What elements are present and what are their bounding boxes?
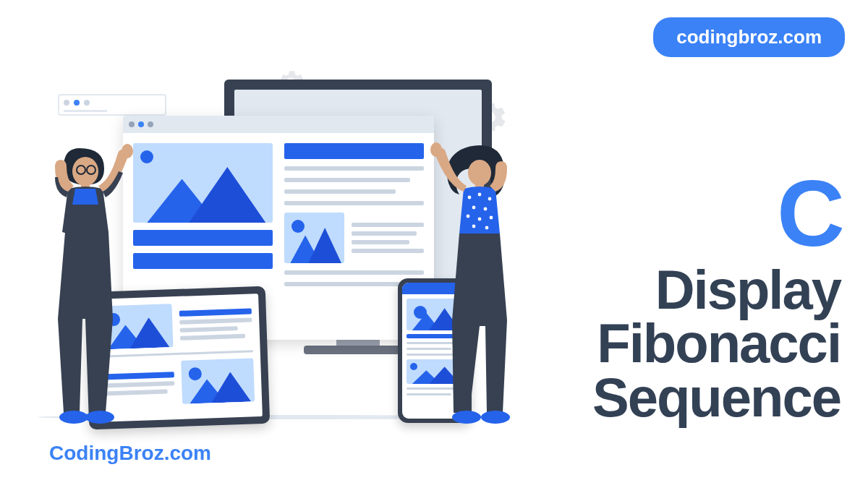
title-line-1: Display bbox=[592, 263, 841, 317]
svg-point-17 bbox=[472, 225, 476, 228]
hero-illustration bbox=[14, 58, 535, 448]
title-line-3: Sequence bbox=[592, 371, 841, 424]
brand-badge: codingbroz.com bbox=[653, 17, 845, 57]
svg-point-21 bbox=[481, 411, 510, 424]
svg-point-12 bbox=[472, 206, 476, 210]
footer-brand-text: CodingBroz.com bbox=[49, 442, 211, 464]
text-line bbox=[179, 317, 252, 324]
text-line bbox=[180, 326, 238, 333]
svg-point-6 bbox=[85, 411, 114, 424]
content-bar bbox=[133, 230, 273, 246]
text-line bbox=[284, 282, 410, 286]
svg-point-15 bbox=[478, 218, 482, 221]
svg-point-14 bbox=[467, 215, 470, 218]
svg-point-11 bbox=[488, 197, 492, 201]
title-lines: Display Fibonacci Sequence bbox=[592, 263, 841, 424]
image-placeholder bbox=[133, 143, 273, 223]
svg-point-10 bbox=[478, 193, 482, 197]
svg-point-18 bbox=[485, 226, 489, 230]
text-line bbox=[284, 201, 424, 205]
language-logo: C bbox=[592, 166, 841, 260]
svg-point-13 bbox=[484, 207, 488, 211]
title-line-2: Fibonacci bbox=[592, 317, 841, 370]
svg-point-9 bbox=[468, 196, 472, 200]
brand-badge-text: codingbroz.com bbox=[676, 26, 822, 48]
content-bar bbox=[133, 253, 273, 269]
background-window bbox=[58, 94, 166, 116]
image-placeholder bbox=[181, 358, 255, 403]
svg-point-19 bbox=[430, 142, 442, 157]
text-line bbox=[180, 333, 245, 340]
svg-point-20 bbox=[452, 411, 481, 424]
text-line bbox=[284, 166, 424, 171]
title-block: C Display Fibonacci Sequence bbox=[592, 166, 841, 424]
browser-titlebar bbox=[123, 116, 434, 133]
text-line bbox=[352, 249, 424, 253]
footer-brand: CodingBroz.com bbox=[49, 442, 211, 465]
person-left bbox=[38, 141, 153, 427]
text-line bbox=[352, 231, 417, 236]
text-line bbox=[284, 270, 424, 275]
content-bar bbox=[284, 143, 424, 159]
svg-point-5 bbox=[59, 411, 88, 424]
svg-point-4 bbox=[122, 144, 133, 158]
text-line bbox=[284, 189, 396, 194]
image-placeholder bbox=[284, 213, 344, 263]
text-line bbox=[352, 223, 424, 227]
content-bar bbox=[179, 308, 252, 316]
person-right bbox=[423, 141, 539, 427]
svg-point-7 bbox=[468, 160, 491, 186]
text-line bbox=[352, 240, 409, 244]
text-line bbox=[284, 178, 410, 182]
svg-point-16 bbox=[490, 216, 493, 220]
